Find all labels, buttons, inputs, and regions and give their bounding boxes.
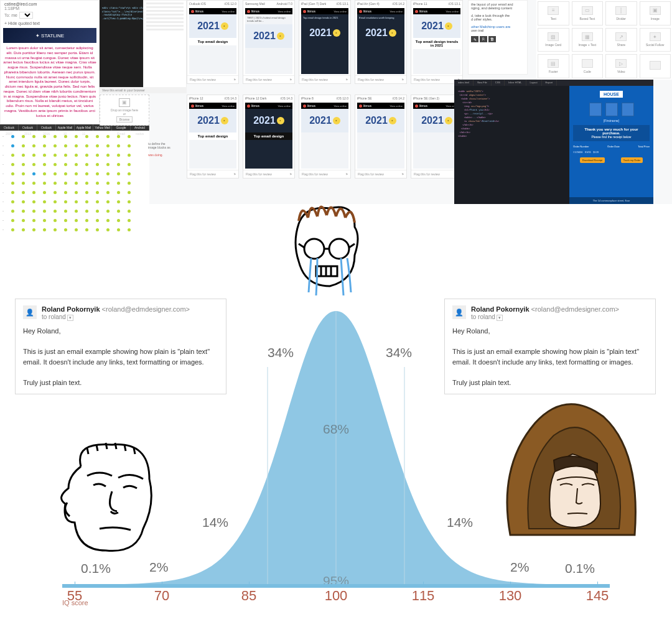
block-share[interactable]: ↗Share xyxy=(605,28,637,52)
hide-quoted-toggle[interactable]: + Hide quoted text xyxy=(1,19,99,28)
x-tick: 130 xyxy=(499,588,522,604)
dark-editor-pane: index.htmlNew FileCSSInline HTMLLayoutEx… xyxy=(454,80,653,204)
litmus-tile[interactable]: iPhone SEiOS 14.2litmusView online2021✶F… xyxy=(355,95,407,179)
browse-button[interactable]: Browse xyxy=(116,116,133,123)
block-image-card[interactable]: ▧Image Card xyxy=(538,28,569,52)
x-tick: 100 xyxy=(325,588,348,604)
x-tick: 85 xyxy=(241,588,256,604)
pct-34-left: 34% xyxy=(268,345,294,360)
block-social-follow[interactable]: ✦Social Follow xyxy=(640,28,671,52)
pct-34-right: 34% xyxy=(386,345,412,360)
block-image-+-text[interactable]: ▦Image + Text xyxy=(572,28,604,52)
copy-icon[interactable]: ⎘ xyxy=(480,36,487,42)
gmail-pane: cstine@ired.com 1:18PM To: me + Hide quo… xyxy=(0,0,100,124)
block-library: ≡Text▭Boxed Text│Divider▣Image▧Image Car… xyxy=(536,0,672,80)
image-drop-zone[interactable]: ▣ Drop an image here or Browse xyxy=(100,95,149,126)
edit-icon[interactable]: ✎ xyxy=(471,36,478,42)
cropped-caption: to define the image blocks as was doing. xyxy=(148,142,182,157)
block-image[interactable]: ▣Image xyxy=(640,1,671,26)
block-divider[interactable]: │Divider xyxy=(605,1,637,26)
litmus-tile[interactable]: iPad (Gen 7) DarkiOS 13.1litmusView onli… xyxy=(299,0,351,84)
litmus-tile[interactable]: iPhone 8iOS 12.0litmusView online2021✶Fl… xyxy=(299,95,351,179)
mailchimp-panel: the layout of your email and nging, and … xyxy=(468,0,528,75)
track-order-button[interactable]: Track my Order xyxy=(621,157,643,163)
from-address: cstine@ired.com xyxy=(4,2,95,6)
delete-icon[interactable]: 🗑 xyxy=(488,36,496,42)
view-in-browser[interactable]: View this email in your browser xyxy=(100,87,187,93)
pct-01-right: 0.1% xyxy=(565,561,595,576)
litmus-grid: Outlook iOSiOS 12.0litmusView online2021… xyxy=(187,0,470,187)
x-tick: 145 xyxy=(586,588,609,604)
litmus-tile[interactable]: iPhone 11iOS 13.1litmusView online2021✶T… xyxy=(411,0,463,84)
avatar-icon: 👤 xyxy=(23,305,37,319)
wojak-crying-nerd xyxy=(261,199,386,323)
litmus-tile[interactable]: iPad Air (Gen 4)iOS 14.2litmusView onlin… xyxy=(355,0,407,84)
litmus-tile[interactable]: Samsung MailAndroid 7.0litmusView online… xyxy=(243,0,295,84)
to-dropdown[interactable] xyxy=(19,12,33,19)
house-email-preview: HOUSE [Firstname] Thank you very much fo… xyxy=(569,86,653,204)
block-footer[interactable]: ▤Footer xyxy=(538,54,569,78)
code-preview-pane xyxy=(143,0,187,90)
image-placeholder-icon: ▣ xyxy=(119,98,130,107)
wojak-hooded-monk xyxy=(485,392,647,554)
wojak-brainlet xyxy=(44,429,180,566)
x-tick: 55 xyxy=(67,588,82,604)
top-collage: cstine@ired.com 1:18PM To: me + Hide quo… xyxy=(0,0,672,204)
x-tick: 115 xyxy=(412,588,435,604)
pct-68: 68% xyxy=(323,422,349,437)
compatibility-grid: Outlook 2007Outlook 2013Outlook 2016Appl… xyxy=(0,124,149,236)
x-tick: 70 xyxy=(154,588,169,604)
block-video[interactable]: ▷Video xyxy=(605,54,637,78)
block-code[interactable]: Code xyxy=(572,54,604,78)
lorem-body: Lorem ipsum dolor sit amet, consectetur … xyxy=(3,45,96,118)
litmus-tile[interactable]: iPhone 12iOS 14.3litmusView online2021✶T… xyxy=(187,95,239,179)
svg-point-3 xyxy=(304,239,324,259)
block-empty xyxy=(640,54,671,78)
house-logo: HOUSE xyxy=(600,91,623,98)
svg-point-4 xyxy=(329,239,349,259)
pct-2-right: 2% xyxy=(510,560,529,575)
litmus-tile[interactable]: iPhone 12 DarkiOS 14.3litmusView online2… xyxy=(243,95,295,179)
to-line: To: me xyxy=(1,12,99,19)
litmus-tile[interactable]: Outlook iOSiOS 12.0litmusView online2021… xyxy=(187,0,239,84)
block-text[interactable]: ≡Text xyxy=(538,1,569,26)
dark-code-column: <table width="100%"> <tr><td align="cent… xyxy=(454,86,569,204)
block-boxed-text[interactable]: ▭Boxed Text xyxy=(572,1,604,26)
pct-14-left: 14% xyxy=(202,515,228,530)
download-receipt-button[interactable]: Download Receipt xyxy=(580,157,605,163)
statline-banner: ✦ STATLINE xyxy=(3,28,96,43)
email-time: 1:18PM xyxy=(4,6,95,11)
pct-14-right: 14% xyxy=(447,515,473,530)
